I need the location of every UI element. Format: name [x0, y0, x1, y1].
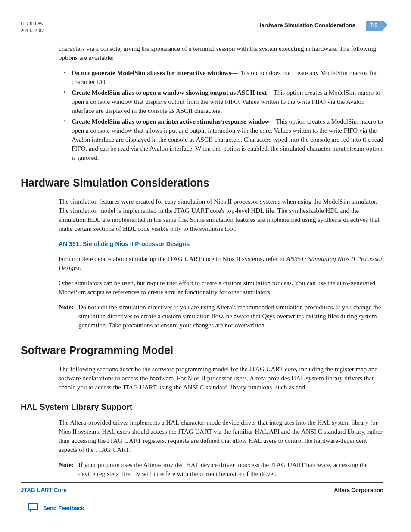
page-header: UG-01085 2014.24.07 Hardware Simulation … — [21, 21, 383, 34]
list-item: Do not generate ModelSim aliases for int… — [66, 68, 383, 87]
doc-date: 2014.24.07 — [21, 28, 44, 34]
subsection-content: The Altera-provided driver implements a … — [21, 418, 383, 479]
speech-bubble-icon — [28, 502, 39, 515]
page-number-tab: 7-5 — [366, 21, 383, 31]
section-1-content: The simulation features were created for… — [21, 197, 383, 330]
footer-row: JTAG UART Core Altera Corporation — [21, 486, 383, 494]
intro-paragraph: characters via a console, giving the app… — [59, 44, 383, 62]
section-2-content: The following sections describe the soft… — [21, 365, 383, 392]
note-text: If your program uses the Altera-provided… — [78, 460, 383, 479]
footer-chapter-title: JTAG UART Core — [21, 486, 67, 494]
page-footer: JTAG UART Core Altera Corporation Send F… — [21, 482, 383, 515]
list-item-bold: Create ModelSim alias to open an interac… — [72, 118, 269, 125]
feedback-label: Send Feedback — [43, 504, 84, 512]
footer-divider — [21, 482, 383, 483]
section-heading-software: Software Programming Model — [21, 343, 383, 358]
list-item-bold: Do not generate ModelSim aliases for int… — [72, 69, 231, 76]
note-label: Note: — [59, 460, 78, 479]
list-item-bold: Create ModelSim alias to open a window s… — [72, 89, 267, 96]
feedback-link[interactable]: Send Feedback — [28, 502, 383, 515]
note-block: Note: Do not edit the simulation directi… — [59, 303, 383, 330]
note-text: Do not edit the simulation directives if… — [78, 303, 383, 330]
footer-company: Altera Corporation — [334, 486, 383, 494]
list-item: Create ModelSim alias to open an interac… — [66, 117, 383, 162]
header-doc-info: UG-01085 2014.24.07 — [21, 21, 44, 34]
body-paragraph: The following sections describe the soft… — [59, 365, 383, 392]
note-block: Note: If your program uses the Altera-pr… — [59, 460, 383, 479]
note-label: Note: — [59, 303, 78, 330]
body-paragraph: The simulation features were created for… — [59, 197, 383, 233]
list-item: Create ModelSim alias to open a window s… — [66, 88, 383, 115]
doc-id: UG-01085 — [21, 21, 44, 28]
header-right: Hardware Simulation Considerations 7-5 — [257, 21, 383, 31]
section-heading-hardware-sim: Hardware Simulation Considerations — [21, 175, 383, 190]
body-paragraph: The Altera-provided driver implements a … — [59, 418, 383, 454]
reference-link-line: AN 351: Simulating Nios II Processor Des… — [59, 240, 383, 249]
subsection-heading-hal: HAL System Library Support — [21, 401, 383, 413]
body-paragraph: For complete details about simulating th… — [59, 255, 383, 273]
an351-link[interactable]: AN 351: Simulating Nios II Processor Des… — [59, 240, 190, 247]
intro-content: characters via a console, giving the app… — [21, 44, 383, 162]
body-paragraph: Other simulators can be used, but requir… — [59, 279, 383, 297]
options-list: Do not generate ModelSim aliases for int… — [59, 68, 383, 162]
header-section-title: Hardware Simulation Considerations — [257, 22, 366, 29]
